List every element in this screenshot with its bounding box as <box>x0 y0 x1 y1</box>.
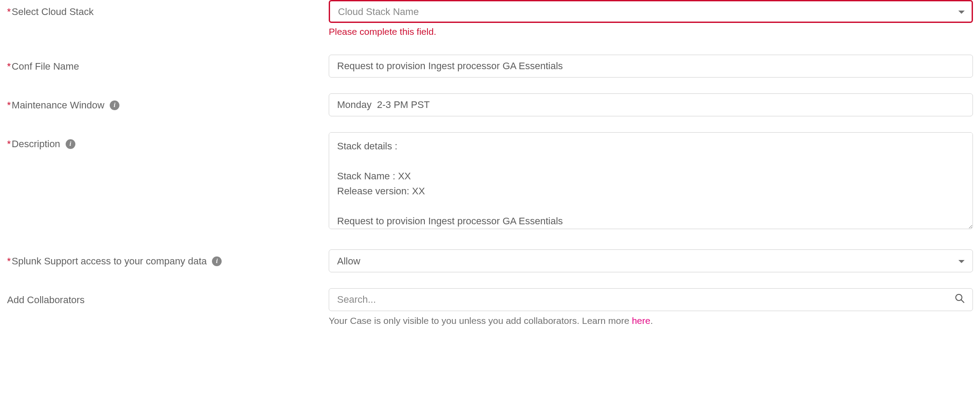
conf-file-name-input[interactable] <box>329 55 973 78</box>
label-text: Maintenance Window <box>12 100 104 111</box>
cloud-stack-select[interactable]: Cloud Stack Name <box>329 0 973 23</box>
collaborators-search-input[interactable] <box>329 288 973 311</box>
row-support-access: * Splunk Support access to your company … <box>7 249 973 272</box>
maintenance-window-input[interactable] <box>329 93 973 116</box>
input-col-maintenance-window <box>329 93 973 116</box>
form-container: * Select Cloud Stack Cloud Stack Name Pl… <box>0 0 980 326</box>
input-col-cloud-stack: Cloud Stack Name Please complete this fi… <box>329 0 973 37</box>
info-icon[interactable]: i <box>212 256 222 266</box>
label-text: Description <box>12 138 60 150</box>
label-cloud-stack: * Select Cloud Stack <box>7 0 329 18</box>
label-conf-file-name: * Conf File Name <box>7 55 329 72</box>
label-description: * Description i <box>7 132 329 150</box>
info-icon[interactable]: i <box>110 100 119 110</box>
input-col-conf-file-name <box>329 55 973 78</box>
required-asterisk: * <box>7 100 11 111</box>
row-conf-file-name: * Conf File Name <box>7 55 973 78</box>
label-text: Add Collaborators <box>7 294 85 306</box>
required-asterisk: * <box>7 6 11 18</box>
info-icon[interactable]: i <box>66 139 75 149</box>
row-cloud-stack: * Select Cloud Stack Cloud Stack Name Pl… <box>7 0 973 37</box>
cloud-stack-select-wrap: Cloud Stack Name <box>329 0 973 23</box>
label-support-access: * Splunk Support access to your company … <box>7 249 329 267</box>
required-asterisk: * <box>7 61 11 72</box>
required-asterisk: * <box>7 138 11 150</box>
helper-prefix: Your Case is only visible to you unless … <box>329 316 632 326</box>
row-collaborators: Add Collaborators Your Case is only visi… <box>7 288 973 326</box>
support-access-select-wrap: Allow <box>329 249 973 272</box>
label-text: Splunk Support access to your company da… <box>12 256 207 267</box>
label-collaborators: Add Collaborators <box>7 288 329 306</box>
collaborators-search-wrap <box>329 288 973 311</box>
input-col-collaborators: Your Case is only visible to you unless … <box>329 288 973 326</box>
learn-more-link[interactable]: here <box>632 316 650 326</box>
label-maintenance-window: * Maintenance Window i <box>7 93 329 111</box>
helper-suffix: . <box>650 316 653 326</box>
required-asterisk: * <box>7 256 11 267</box>
label-text: Select Cloud Stack <box>12 6 94 18</box>
input-col-support-access: Allow <box>329 249 973 272</box>
input-col-description <box>329 132 973 232</box>
cloud-stack-error: Please complete this field. <box>329 26 973 37</box>
row-maintenance-window: * Maintenance Window i <box>7 93 973 116</box>
description-textarea[interactable] <box>329 132 973 229</box>
row-description: * Description i <box>7 132 973 232</box>
collaborators-helper: Your Case is only visible to you unless … <box>329 316 973 326</box>
label-text: Conf File Name <box>12 61 79 72</box>
support-access-select[interactable]: Allow <box>329 249 973 272</box>
